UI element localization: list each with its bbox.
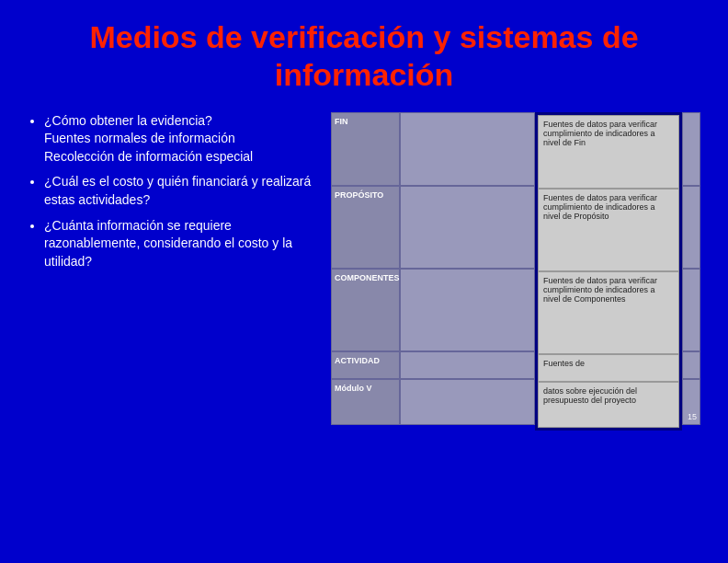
- row-num-actividad: [682, 351, 700, 379]
- bullet-text-3: ¿Cuánta información se requiere razonabl…: [44, 218, 292, 269]
- col-right: Fuentes de datos para verificar cumplimi…: [535, 112, 682, 431]
- bullet-text-2: ¿Cuál es el costo y quién financiará y r…: [44, 174, 311, 207]
- sub-text-1a: Fuentes normales de información: [44, 131, 235, 145]
- row-cell-proposito: [400, 186, 535, 269]
- content-area: ¿Cómo obtener la evidencia? Fuentes norm…: [28, 112, 700, 431]
- row-right-actividad: Fuentes de: [538, 354, 679, 382]
- row-num-componentes: [682, 269, 700, 351]
- row-num-fin: [682, 112, 700, 186]
- row-right-componentes: Fuentes de datos para verificar cumplimi…: [538, 271, 679, 354]
- row-cell-actividad: [400, 351, 535, 379]
- list-item-2: ¿Cuál es el costo y quién financiará y r…: [44, 173, 317, 209]
- row-num-proposito: [682, 186, 700, 269]
- row-label-modulo: Módulo V: [331, 379, 400, 425]
- row-cell-componentes: [400, 269, 535, 351]
- slide-container: Medios de verificación y sistemas de inf…: [0, 0, 728, 563]
- row-num-modulo: 15: [682, 379, 700, 425]
- list-item-1: ¿Cómo obtener la evidencia? Fuentes norm…: [44, 112, 317, 167]
- col-main: [400, 112, 535, 431]
- row-right-modulo: datos sobre ejecución del presupuesto de…: [538, 382, 679, 428]
- row-label-fin: FIN: [331, 112, 400, 186]
- right-panel: FIN PROPÓSITO COMPONENTES ACTIVIDAD Módu…: [331, 112, 700, 431]
- list-item-3: ¿Cuánta información se requiere razonabl…: [44, 217, 317, 271]
- bullet-list: ¿Cómo obtener la evidencia? Fuentes norm…: [28, 112, 317, 271]
- left-panel: ¿Cómo obtener la evidencia? Fuentes norm…: [28, 112, 331, 431]
- row-label-componentes: COMPONENTES: [331, 269, 400, 351]
- row-cell-modulo: [400, 379, 535, 425]
- bullet-text-1: ¿Cómo obtener la evidencia?: [44, 113, 212, 128]
- table-area: FIN PROPÓSITO COMPONENTES ACTIVIDAD Módu…: [331, 112, 700, 431]
- row-label-proposito: PROPÓSITO: [331, 186, 400, 269]
- slide-title: Medios de verificación y sistemas de inf…: [28, 18, 700, 94]
- row-right-proposito: Fuentes de datos para verificar cumplimi…: [538, 189, 679, 271]
- col-labels: FIN PROPÓSITO COMPONENTES ACTIVIDAD Módu…: [331, 112, 400, 431]
- col-extra: 15: [682, 112, 700, 431]
- sub-text-1b: Recolección de información especial: [44, 149, 253, 164]
- row-label-actividad: ACTIVIDAD: [331, 351, 400, 379]
- row-cell-fin: [400, 112, 535, 186]
- row-right-fin: Fuentes de datos para verificar cumplimi…: [538, 115, 679, 189]
